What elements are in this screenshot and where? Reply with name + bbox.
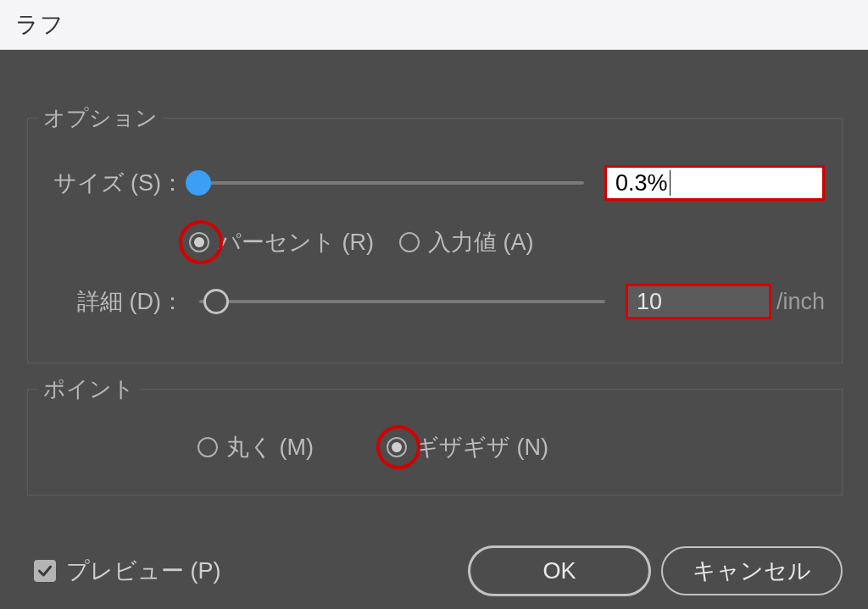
points-round-label: 丸く (M)	[226, 432, 314, 462]
size-mode-percent-label: パーセント (R)	[218, 227, 374, 257]
preview-label: プレビュー (P)	[66, 556, 221, 586]
ok-button-label: OK	[542, 558, 576, 584]
options-panel: オプション サイズ (S)： 0.3% パーセント (R)	[27, 118, 843, 363]
points-corner-label: ギザギザ (N)	[415, 432, 548, 462]
options-panel-title: オプション	[38, 103, 163, 133]
points-row: 丸く (M) ギザギザ (N)	[198, 429, 548, 466]
points-corner-radio[interactable]: ギザギザ (N)	[387, 432, 548, 462]
size-mode-percent-wrap: パーセント (R)	[189, 227, 374, 257]
detail-input[interactable]: 10	[626, 284, 771, 319]
radio-dot-icon	[387, 437, 407, 457]
size-slider-track	[199, 181, 584, 185]
points-corner-wrap: ギザギザ (N)	[387, 432, 548, 462]
points-panel-title: ポイント	[38, 374, 140, 404]
cancel-button[interactable]: キャンセル	[661, 546, 843, 595]
points-panel: ポイント 丸く (M) ギザギザ (N)	[27, 389, 843, 496]
radio-dot-icon	[189, 232, 209, 252]
check-icon	[36, 562, 53, 579]
size-row: サイズ (S)： 0.3%	[45, 166, 825, 200]
size-mode-percent-radio[interactable]: パーセント (R)	[189, 227, 374, 257]
size-mode-absolute-label: 入力値 (A)	[428, 227, 534, 257]
size-mode-absolute-radio[interactable]: 入力値 (A)	[399, 227, 534, 257]
size-slider-thumb[interactable]	[186, 170, 211, 196]
size-input-value: 0.3%	[615, 170, 668, 197]
detail-input-value: 10	[637, 289, 662, 315]
detail-slider-thumb[interactable]	[203, 289, 229, 314]
preview-checkbox[interactable]	[34, 560, 56, 582]
size-input[interactable]: 0.3%	[604, 165, 825, 201]
detail-label: 詳細 (D)：	[45, 286, 186, 317]
size-label: サイズ (S)：	[45, 168, 186, 198]
detail-slider-track	[199, 300, 605, 303]
text-caret	[670, 170, 670, 196]
detail-suffix: /inch	[776, 289, 825, 315]
footer-row: プレビュー (P) OK キャンセル	[34, 547, 843, 595]
dialog-body: オプション サイズ (S)： 0.3% パーセント (R)	[0, 50, 868, 609]
radio-dot-icon	[198, 437, 218, 457]
detail-slider[interactable]	[191, 283, 614, 320]
ok-button[interactable]: OK	[468, 545, 651, 596]
size-slider[interactable]	[191, 166, 593, 200]
dialog-title: ラフ	[15, 12, 64, 37]
dialog-title-bar: ラフ	[0, 0, 868, 50]
detail-row: 詳細 (D)： 10 /inch	[45, 283, 825, 320]
radio-dot-icon	[399, 232, 420, 252]
cancel-button-label: キャンセル	[693, 556, 811, 586]
size-mode-row: パーセント (R) 入力値 (A)	[189, 224, 533, 261]
points-round-radio[interactable]: 丸く (M)	[198, 432, 314, 462]
